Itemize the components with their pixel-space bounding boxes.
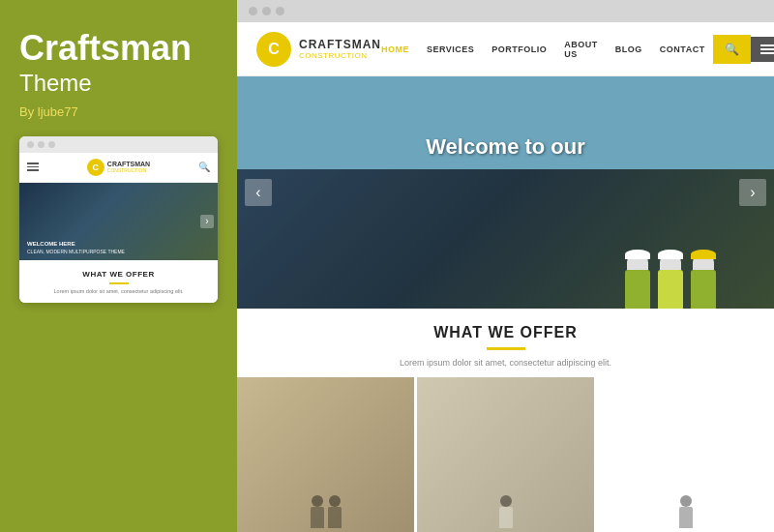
sil-head-3 [500,495,512,507]
sil-body-4 [679,507,693,528]
worker-helmet-1 [625,250,650,259]
worker-head-2 [660,254,681,270]
nav-portfolio[interactable]: PORTFOLIO [491,44,547,54]
worker-helmet-3 [691,250,716,259]
offer-title: WHAT WE OFFER [256,324,755,341]
hero-welcome-text: Welcome to our [237,134,774,160]
nav-services[interactable]: SERVICES [427,44,474,54]
theme-name: Craftsman [19,29,192,68]
silhouette-1 [237,491,414,532]
offer-divider [487,347,525,350]
site-nav: HOME SERVICES PORTFOLIO ABOUT US BLOG CO… [381,40,705,59]
logo-tagline: CONSTRUCTION [299,51,381,60]
worker-head-1 [627,254,648,270]
sil-head-4 [680,495,692,507]
mini-offer-title: WHAT WE OFFER [29,270,208,279]
mini-offer-divider [109,282,129,284]
mini-dot-2 [38,141,45,148]
mini-nav: C CRAFTSMAN CONSTRUCTION 🔍 [19,153,218,183]
nav-menu-button[interactable] [751,37,774,62]
website-mockup: C CRAFTSMAN CONSTRUCTION HOME SERVICES P… [237,22,774,532]
sil-head-1 [312,495,323,507]
mini-preview-card: C CRAFTSMAN CONSTRUCTION 🔍 WELCOME HERE … [19,136,218,304]
hero-workers [625,254,716,309]
nav-about[interactable]: ABOUT US [564,40,598,59]
mini-hero-sub: CLEAN, MODERN MULTIPURPOSE THEME [27,249,210,254]
menu-line-1 [760,44,774,46]
image-card-2 [417,377,594,532]
sil-body-2 [328,507,342,528]
offer-text: Lorem ipsum dolor sit amet, consectetur … [256,358,755,368]
sil-person-4 [679,495,693,528]
nav-home[interactable]: HOME [381,44,409,54]
next-icon: › [750,184,755,201]
worker-body-1 [625,270,650,309]
mini-next-arrow[interactable]: › [200,215,214,228]
mini-dot-1 [27,141,34,148]
left-panel: Craftsman Theme By ljube77 C CRAFTSMAN C… [0,0,237,532]
mini-hero-overlay: WELCOME HERE CLEAN, MODERN MULTIPURPOSE … [19,183,218,260]
image-inner-1 [237,377,414,532]
image-inner-2 [417,377,594,532]
images-row [237,377,774,532]
worker-body-2 [658,270,683,309]
browser-dot-1 [249,7,257,15]
worker-3 [691,254,716,309]
site-header: C CRAFTSMAN CONSTRUCTION HOME SERVICES P… [237,22,774,76]
worker-2 [658,254,683,309]
logo-circle: C [256,32,291,67]
mini-dot-3 [48,141,55,148]
search-icon: 🔍 [725,43,739,56]
mini-logo-sub: CONSTRUCTION [107,167,150,173]
mini-logo-text-block: CRAFTSMAN CONSTRUCTION [107,161,150,174]
browser-dot-2 [262,7,271,15]
worker-helmet-2 [658,250,683,259]
worker-body-3 [691,270,716,309]
mini-titlebar [19,136,218,153]
sil-person-2 [328,495,342,528]
image-card-3 [597,377,774,532]
right-panel: C CRAFTSMAN CONSTRUCTION HOME SERVICES P… [237,0,774,532]
nav-blog[interactable]: BLOG [615,44,642,54]
mini-hero: WELCOME HERE CLEAN, MODERN MULTIPURPOSE … [19,183,218,260]
worker-head-3 [693,254,714,270]
mini-logo-circle: C [87,159,104,176]
author-name: By ljube77 [19,104,78,119]
silhouette-3 [597,491,774,532]
nav-search-button[interactable]: 🔍 [713,35,751,64]
sil-person-1 [311,495,324,528]
mini-search-icon[interactable]: 🔍 [198,162,210,172]
prev-icon: ‹ [255,184,260,201]
mini-hamburger-icon [27,163,39,171]
hero-text-overlay: Welcome to our [237,134,774,160]
browser-chrome [237,0,774,22]
menu-line-3 [760,52,774,54]
hero-prev-button[interactable]: ‹ [245,179,272,206]
mini-logo-name: CRAFTSMAN [107,161,150,168]
mini-logo: C CRAFTSMAN CONSTRUCTION [45,159,193,176]
mini-offer-section: WHAT WE OFFER Lorem ipsum dolor sit amet… [19,260,218,304]
sil-body-1 [311,507,324,528]
site-logo: C CRAFTSMAN CONSTRUCTION [256,32,381,67]
mini-offer-text: Lorem ipsum dolor sit amet, consectetur … [29,288,208,296]
hero-next-button[interactable]: › [739,179,766,206]
sil-person-3 [499,495,513,528]
browser-dot-3 [276,7,284,15]
theme-subtitle: Theme [19,70,92,97]
offer-section: WHAT WE OFFER Lorem ipsum dolor sit amet… [237,309,774,377]
image-inner-3 [597,377,774,532]
worker-1 [625,254,650,309]
sil-body-3 [499,507,513,528]
logo-name: CRAFTSMAN [299,38,381,51]
nav-contact[interactable]: CONTACT [660,44,705,54]
sil-head-2 [329,495,341,507]
image-card-1 [237,377,414,532]
logo-text-block: CRAFTSMAN CONSTRUCTION [299,38,381,60]
silhouette-2 [417,491,594,532]
hero-section: Welcome to our ‹ › [237,76,774,309]
mini-hero-text: WELCOME HERE [27,241,210,247]
menu-line-2 [760,48,774,50]
